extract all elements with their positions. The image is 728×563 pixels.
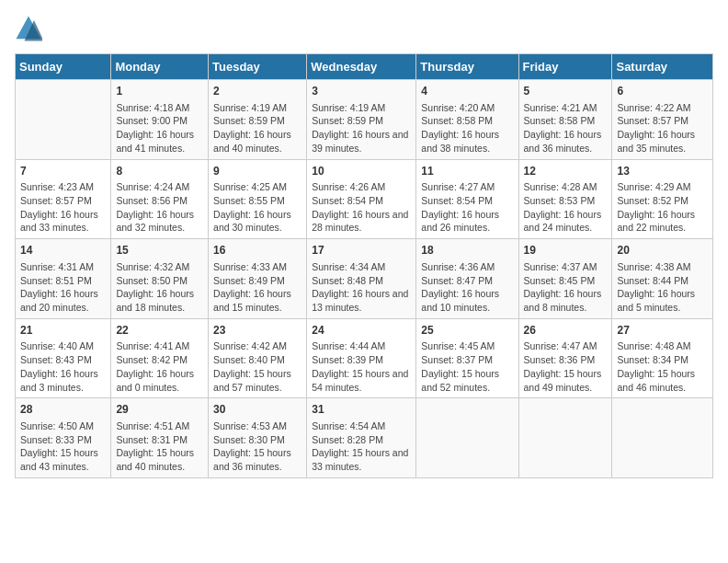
day-info: Sunrise: 4:54 AM Sunset: 8:28 PM Dayligh…: [312, 420, 408, 472]
day-cell: 3Sunrise: 4:19 AM Sunset: 8:59 PM Daylig…: [307, 80, 416, 160]
day-cell: 13Sunrise: 4:29 AM Sunset: 8:52 PM Dayli…: [612, 159, 713, 239]
day-cell: 17Sunrise: 4:34 AM Sunset: 8:48 PM Dayli…: [307, 239, 416, 319]
day-cell: 8Sunrise: 4:24 AM Sunset: 8:56 PM Daylig…: [111, 159, 209, 239]
day-number: 17: [312, 243, 411, 259]
day-info: Sunrise: 4:32 AM Sunset: 8:50 PM Dayligh…: [116, 261, 194, 313]
day-cell: 16Sunrise: 4:33 AM Sunset: 8:49 PM Dayli…: [209, 239, 307, 319]
day-info: Sunrise: 4:48 AM Sunset: 8:34 PM Dayligh…: [617, 340, 695, 392]
day-cell: 10Sunrise: 4:26 AM Sunset: 8:54 PM Dayli…: [307, 159, 416, 239]
day-cell: 6Sunrise: 4:22 AM Sunset: 8:57 PM Daylig…: [612, 80, 713, 160]
day-info: Sunrise: 4:36 AM Sunset: 8:47 PM Dayligh…: [421, 261, 499, 313]
day-number: 9: [213, 164, 301, 179]
day-info: Sunrise: 4:26 AM Sunset: 8:54 PM Dayligh…: [312, 181, 408, 233]
col-header-monday: Monday: [111, 54, 209, 80]
day-number: 29: [116, 402, 203, 418]
day-number: 25: [421, 323, 513, 339]
day-number: 7: [20, 164, 106, 179]
day-info: Sunrise: 4:29 AM Sunset: 8:52 PM Dayligh…: [617, 181, 695, 233]
col-header-saturday: Saturday: [612, 54, 713, 80]
day-number: 19: [524, 243, 608, 259]
day-number: 31: [312, 402, 411, 418]
day-info: Sunrise: 4:25 AM Sunset: 8:55 PM Dayligh…: [213, 181, 291, 233]
day-number: 10: [312, 164, 411, 179]
week-row-4: 21Sunrise: 4:40 AM Sunset: 8:43 PM Dayli…: [16, 318, 713, 398]
day-cell: 24Sunrise: 4:44 AM Sunset: 8:39 PM Dayli…: [307, 318, 416, 398]
day-info: Sunrise: 4:28 AM Sunset: 8:53 PM Dayligh…: [524, 181, 602, 233]
day-cell: 31Sunrise: 4:54 AM Sunset: 8:28 PM Dayli…: [307, 398, 416, 478]
day-number: 1: [116, 84, 203, 99]
day-cell: 23Sunrise: 4:42 AM Sunset: 8:40 PM Dayli…: [209, 318, 307, 398]
day-cell: [518, 398, 612, 478]
week-row-3: 14Sunrise: 4:31 AM Sunset: 8:51 PM Dayli…: [16, 239, 713, 319]
day-cell: 20Sunrise: 4:38 AM Sunset: 8:44 PM Dayli…: [612, 239, 713, 319]
day-number: 4: [421, 84, 513, 99]
day-info: Sunrise: 4:45 AM Sunset: 8:37 PM Dayligh…: [421, 340, 499, 392]
day-number: 30: [213, 402, 301, 418]
day-number: 16: [213, 243, 301, 259]
col-header-tuesday: Tuesday: [209, 54, 307, 80]
day-info: Sunrise: 4:42 AM Sunset: 8:40 PM Dayligh…: [213, 340, 291, 392]
day-number: 6: [617, 84, 708, 99]
day-number: 22: [116, 323, 203, 339]
day-info: Sunrise: 4:37 AM Sunset: 8:45 PM Dayligh…: [524, 261, 602, 313]
day-cell: 9Sunrise: 4:25 AM Sunset: 8:55 PM Daylig…: [209, 159, 307, 239]
day-info: Sunrise: 4:41 AM Sunset: 8:42 PM Dayligh…: [116, 340, 194, 392]
day-cell: [612, 398, 713, 478]
day-cell: 21Sunrise: 4:40 AM Sunset: 8:43 PM Dayli…: [16, 318, 111, 398]
day-number: 18: [421, 243, 513, 259]
col-header-thursday: Thursday: [416, 54, 518, 80]
day-number: 24: [312, 323, 411, 339]
day-cell: [16, 80, 111, 160]
week-row-2: 7Sunrise: 4:23 AM Sunset: 8:57 PM Daylig…: [16, 159, 713, 239]
day-cell: 27Sunrise: 4:48 AM Sunset: 8:34 PM Dayli…: [612, 318, 713, 398]
day-cell: 2Sunrise: 4:19 AM Sunset: 8:59 PM Daylig…: [209, 80, 307, 160]
day-cell: [416, 398, 518, 478]
day-cell: 7Sunrise: 4:23 AM Sunset: 8:57 PM Daylig…: [16, 159, 111, 239]
day-number: 28: [20, 402, 106, 418]
day-info: Sunrise: 4:20 AM Sunset: 8:58 PM Dayligh…: [421, 102, 499, 154]
day-info: Sunrise: 4:19 AM Sunset: 8:59 PM Dayligh…: [312, 102, 408, 154]
day-cell: 11Sunrise: 4:27 AM Sunset: 8:54 PM Dayli…: [416, 159, 518, 239]
day-number: 11: [421, 164, 513, 179]
day-cell: 1Sunrise: 4:18 AM Sunset: 9:00 PM Daylig…: [111, 80, 209, 160]
day-cell: 28Sunrise: 4:50 AM Sunset: 8:33 PM Dayli…: [16, 398, 111, 478]
day-info: Sunrise: 4:27 AM Sunset: 8:54 PM Dayligh…: [421, 181, 499, 233]
col-header-friday: Friday: [518, 54, 612, 80]
day-info: Sunrise: 4:23 AM Sunset: 8:57 PM Dayligh…: [20, 181, 98, 233]
day-cell: 19Sunrise: 4:37 AM Sunset: 8:45 PM Dayli…: [518, 239, 612, 319]
day-cell: 4Sunrise: 4:20 AM Sunset: 8:58 PM Daylig…: [416, 80, 518, 160]
header: [15, 15, 713, 42]
col-header-wednesday: Wednesday: [307, 54, 416, 80]
day-info: Sunrise: 4:50 AM Sunset: 8:33 PM Dayligh…: [20, 420, 98, 472]
day-info: Sunrise: 4:40 AM Sunset: 8:43 PM Dayligh…: [20, 340, 98, 392]
day-number: 2: [213, 84, 301, 99]
day-cell: 30Sunrise: 4:53 AM Sunset: 8:30 PM Dayli…: [209, 398, 307, 478]
day-number: 27: [617, 323, 708, 339]
day-info: Sunrise: 4:22 AM Sunset: 8:57 PM Dayligh…: [617, 102, 695, 154]
day-info: Sunrise: 4:47 AM Sunset: 8:36 PM Dayligh…: [524, 340, 602, 392]
day-number: 14: [20, 243, 106, 259]
day-cell: 15Sunrise: 4:32 AM Sunset: 8:50 PM Dayli…: [111, 239, 209, 319]
day-number: 13: [617, 164, 708, 179]
day-info: Sunrise: 4:31 AM Sunset: 8:51 PM Dayligh…: [20, 261, 98, 313]
day-cell: 22Sunrise: 4:41 AM Sunset: 8:42 PM Dayli…: [111, 318, 209, 398]
day-cell: 12Sunrise: 4:28 AM Sunset: 8:53 PM Dayli…: [518, 159, 612, 239]
logo-icon: [15, 15, 42, 42]
day-number: 26: [524, 323, 608, 339]
day-info: Sunrise: 4:38 AM Sunset: 8:44 PM Dayligh…: [617, 261, 695, 313]
header-row: SundayMondayTuesdayWednesdayThursdayFrid…: [16, 54, 713, 80]
day-number: 8: [116, 164, 203, 179]
calendar-table: SundayMondayTuesdayWednesdayThursdayFrid…: [15, 53, 713, 478]
col-header-sunday: Sunday: [16, 54, 111, 80]
day-cell: 5Sunrise: 4:21 AM Sunset: 8:58 PM Daylig…: [518, 80, 612, 160]
day-cell: 14Sunrise: 4:31 AM Sunset: 8:51 PM Dayli…: [16, 239, 111, 319]
day-number: 5: [524, 84, 608, 99]
day-cell: 26Sunrise: 4:47 AM Sunset: 8:36 PM Dayli…: [518, 318, 612, 398]
day-number: 20: [617, 243, 708, 259]
day-number: 12: [524, 164, 608, 179]
day-info: Sunrise: 4:44 AM Sunset: 8:39 PM Dayligh…: [312, 340, 408, 392]
week-row-5: 28Sunrise: 4:50 AM Sunset: 8:33 PM Dayli…: [16, 398, 713, 478]
day-cell: 25Sunrise: 4:45 AM Sunset: 8:37 PM Dayli…: [416, 318, 518, 398]
day-info: Sunrise: 4:53 AM Sunset: 8:30 PM Dayligh…: [213, 420, 291, 472]
day-info: Sunrise: 4:34 AM Sunset: 8:48 PM Dayligh…: [312, 261, 408, 313]
